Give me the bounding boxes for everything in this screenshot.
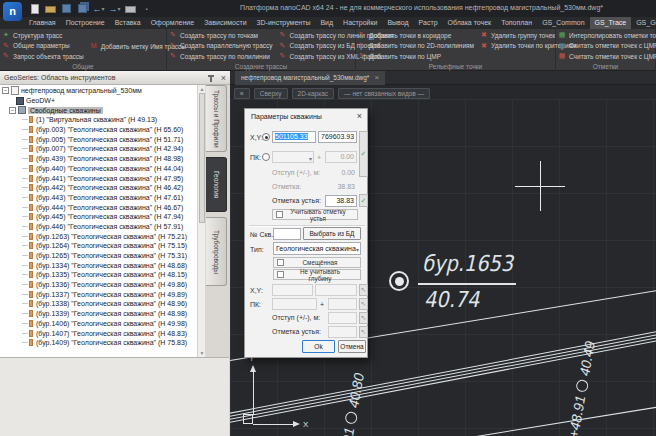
apply-xy-button[interactable]: ✓ xyxy=(359,131,368,177)
viewport-menu-button[interactable]: ≡ xyxy=(234,88,250,99)
palette-tab-2[interactable]: Геология xyxy=(206,157,227,212)
tree-item-well[interactable]: (бур.443) "Геологическая скважина" (H 47… xyxy=(0,193,197,203)
ribbon-item[interactable]: ✎Добавить точки в коридоре xyxy=(358,30,474,41)
ribbon-tab[interactable]: Растр xyxy=(414,17,443,29)
close-icon[interactable]: × xyxy=(221,71,226,85)
collapse-icon[interactable]: − xyxy=(9,107,16,114)
redo-icon[interactable]: →▾ xyxy=(108,3,121,15)
ribbon-item[interactable]: ✎Добавить точки по ЦМР xyxy=(358,51,474,62)
close-icon[interactable]: × xyxy=(357,111,362,121)
pick-xy-button[interactable]: ↖ xyxy=(359,284,368,296)
ignore-depth-checkbox[interactable]: Не учитывать глубину xyxy=(273,269,361,280)
tree-item-well[interactable]: (бур.1337) "Геологическая скважина" (H 4… xyxy=(0,289,197,299)
mouth2-input[interactable] xyxy=(328,326,357,338)
save-all-icon[interactable] xyxy=(76,3,89,15)
ribbon-item[interactable]: ✎Запрос объекта трассы xyxy=(2,51,84,62)
y2-input[interactable] xyxy=(315,284,357,296)
ribbon-item[interactable]: ▦Считать отметки точек с ЦМР авто xyxy=(558,51,656,62)
ok-button[interactable]: Ok xyxy=(302,340,335,353)
pick-pk-button[interactable]: ↖ xyxy=(359,298,368,310)
tree-item-well[interactable]: (бур.1265) "Геологическая скважина" (H 7… xyxy=(0,251,197,261)
y-input[interactable]: 769603.93 xyxy=(318,131,357,143)
ribbon-item[interactable]: ✎Добавить точки по 2D-полилиниям xyxy=(358,41,474,52)
pick-offset-button[interactable]: ↖ xyxy=(359,312,368,324)
ribbon-tab[interactable]: Топоплан xyxy=(496,17,537,29)
ribbon-item[interactable]: ✎Создать параллельную трассу xyxy=(169,41,273,52)
tree-item-well[interactable]: (бур.439) "Геологическая скважина" (H 48… xyxy=(0,154,197,164)
open-file-icon[interactable] xyxy=(44,3,57,15)
tree-item-well[interactable]: (бур.1334) "Геологическая скважина" (H 4… xyxy=(0,260,197,270)
well-number-input[interactable] xyxy=(273,228,301,240)
mouth-mark-input[interactable]: 38.83 xyxy=(325,195,357,207)
document-tab[interactable]: нефтепровод магистральный_530мм.dwg* × xyxy=(235,71,385,85)
palette-tab-1[interactable]: Трассы и Профили xyxy=(206,85,227,152)
ribbon-tab[interactable]: GS_Common xyxy=(537,17,589,29)
viewport-control-button[interactable]: Сверху xyxy=(254,88,288,99)
ribbon-tab[interactable]: Оформление xyxy=(146,17,199,29)
palette-tab-3[interactable]: Трубопроводы xyxy=(206,217,227,286)
tree-item-well[interactable]: (бур.1338) "Геологическая скважина" (H 4… xyxy=(0,299,197,309)
pk2-offset-input[interactable] xyxy=(328,298,357,310)
undo-icon[interactable]: ←▾ xyxy=(92,3,105,15)
tree-item-well[interactable]: (бур.1406) "Геологическая скважина" (H 4… xyxy=(0,319,197,329)
viewport-control-button[interactable]: 2D-каркас xyxy=(292,88,335,99)
x2-input[interactable] xyxy=(272,284,313,296)
tree-root[interactable]: −нефтепровод магистральный_530мм xyxy=(0,86,197,96)
tree-item-well[interactable]: (бур.1335) "Геологическая скважина" (H 4… xyxy=(0,270,197,280)
ribbon-tab[interactable]: Облака точек xyxy=(443,17,497,29)
ribbon-tab[interactable]: 3D-инструменты xyxy=(252,17,316,29)
cancel-button[interactable]: Отмена xyxy=(338,340,366,353)
ribbon-tab[interactable]: Вывод xyxy=(382,17,413,29)
checkbox-icon[interactable] xyxy=(277,271,284,278)
tree-item-well[interactable]: (бур.440) "Геологическая скважина" (H 44… xyxy=(0,164,197,174)
pk2-input[interactable] xyxy=(272,298,317,310)
tree-item-well[interactable]: (бур.444) "Геологическая скважина" (H 46… xyxy=(0,202,197,212)
nanocad-logo-icon[interactable]: n xyxy=(3,2,22,21)
ribbon-tab[interactable]: Настройки xyxy=(338,17,382,29)
ribbon-item[interactable]: ✎Общие параметры xyxy=(2,41,84,52)
new-file-icon[interactable] xyxy=(28,3,41,15)
checkbox-icon[interactable] xyxy=(277,259,284,266)
tree-item-well[interactable]: (бур.003) "Геологическая скважина" (H 65… xyxy=(0,125,197,135)
ribbon-tab[interactable]: Зависимости xyxy=(199,17,251,29)
pk-combo[interactable]: ▾ xyxy=(272,151,314,163)
tree-item-well[interactable]: (1) "Виртуальная скважина" (H 49.13) xyxy=(0,115,197,125)
collapse-icon[interactable]: − xyxy=(2,87,9,94)
ribbon-tab[interactable]: GS_Geology xyxy=(631,17,656,29)
type-combo[interactable]: Геологическая скважина▾ xyxy=(273,242,361,255)
ribbon-tab[interactable]: Главная xyxy=(24,17,61,29)
consider-mouth-checkbox[interactable]: Учитывать отметку устья xyxy=(272,209,358,220)
ribbon-item[interactable]: ✎Создать трассу по точкам xyxy=(169,30,273,41)
tree-item-well[interactable]: (бур.1407) "Геологическая скважина" (H 4… xyxy=(0,328,197,338)
checkbox-icon[interactable] xyxy=(276,211,283,218)
customize-qat-icon[interactable]: ▪ xyxy=(140,3,153,15)
tree-item-well[interactable]: (бур.1264) "Геологическая скважина" (H 7… xyxy=(0,241,197,251)
viewport-control-button[interactable]: — нет связанных видов — xyxy=(338,88,430,99)
ribbon-tab[interactable]: Построение xyxy=(61,17,110,29)
tree-item-well[interactable]: (бур.445) "Геологическая скважина" (H 47… xyxy=(0,212,197,222)
pk-radio[interactable] xyxy=(262,153,270,161)
ribbon-tab[interactable]: Вид xyxy=(315,17,338,29)
choose-from-db-button[interactable]: Выбрать из БД xyxy=(303,227,361,240)
offset-well-checkbox[interactable]: Смещённая xyxy=(273,257,361,268)
ribbon-tab[interactable]: Вставка xyxy=(110,17,146,29)
tree-item-well[interactable]: (бур.1409) "Геологическая скважина" (H 7… xyxy=(0,338,197,348)
tree-item-well[interactable]: (бур.446) "Геологическая скважина" (H 57… xyxy=(0,222,197,232)
offset2-input[interactable] xyxy=(328,312,357,324)
ribbon-item[interactable]: ▦Считать отметки точек с ЦМР xyxy=(558,41,656,52)
tree-item-geodw[interactable]: GeoDW+ xyxy=(0,96,197,106)
tree-group-free-wells[interactable]: −Свободные скважины xyxy=(0,105,197,115)
tree-item-well[interactable]: (бур.1263) "Геологическая скважина" (H 7… xyxy=(0,231,197,241)
ribbon-item[interactable]: ✎Создать трассу по полилинии xyxy=(169,51,273,62)
pick-mouth-button[interactable]: ↖ xyxy=(359,326,368,338)
tree-item-well[interactable]: (бур.007) "Геологическая скважина" (H 42… xyxy=(0,144,197,154)
apply-mouth-button[interactable]: ✓ xyxy=(359,194,368,207)
tree-item-well[interactable]: (бур.005) "Геологическая скважина" (H 51… xyxy=(0,134,197,144)
ribbon-item[interactable]: ✦Структура трасс xyxy=(2,30,84,41)
ribbon-tab[interactable]: GS_Trace xyxy=(590,17,632,29)
tree-item-well[interactable]: (бур.441) "Геологическая скважина" (H 47… xyxy=(0,173,197,183)
pin-icon[interactable] xyxy=(208,75,214,82)
tree-item-well[interactable]: (бур.1339) "Геологическая скважина" (H 4… xyxy=(0,309,197,319)
tree-item-well[interactable]: (бур.442) "Геологическая скважина" (H 46… xyxy=(0,183,197,193)
save-icon[interactable] xyxy=(60,3,73,15)
